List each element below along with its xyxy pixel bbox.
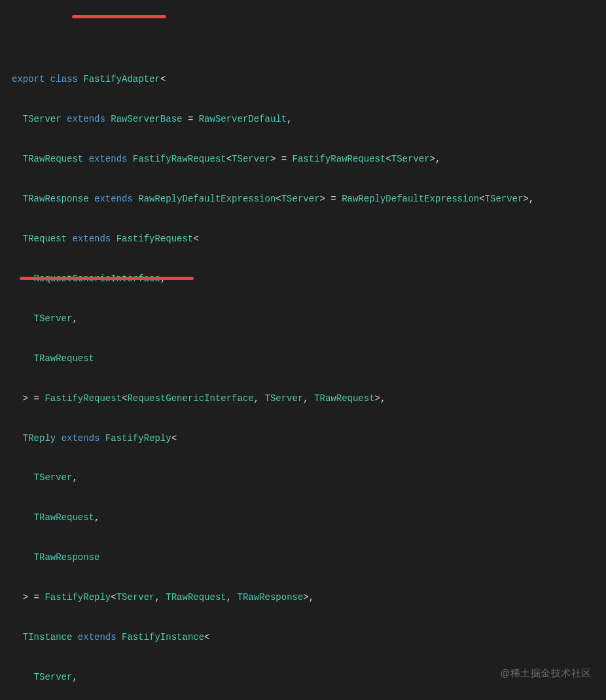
code-line: TRawRequest <box>12 352 606 365</box>
code-line: TRequest extends FastifyRequest< <box>12 232 606 245</box>
code-line: TRawRequest extends FastifyRawRequest<TS… <box>12 152 606 166</box>
code-line: TServer, <box>12 471 606 484</box>
code-line: TServer, <box>12 312 606 325</box>
code-line: TInstance extends FastifyInstance< <box>12 631 606 644</box>
code-line: > = FastifyRequest<RequestGenericInterfa… <box>12 392 606 405</box>
code-line: export class FastifyAdapter< <box>12 73 606 86</box>
code-line: TRawRequest, <box>12 511 606 524</box>
code-line: TRawResponse <box>12 551 606 564</box>
watermark: @稀土掘金技术社区 <box>500 666 592 680</box>
code-editor[interactable]: export class FastifyAdapter< TServer ext… <box>0 0 606 700</box>
code-line: TRawResponse extends RawReplyDefaultExpr… <box>12 192 606 205</box>
code-line: TReply extends FastifyReply< <box>12 432 606 445</box>
code-line: > = FastifyReply<TServer, TRawRequest, T… <box>12 591 606 604</box>
code-line: TServer extends RawServerBase = RawServe… <box>12 113 606 126</box>
highlight-underline-1 <box>72 15 166 18</box>
highlight-underline-2 <box>20 277 194 280</box>
